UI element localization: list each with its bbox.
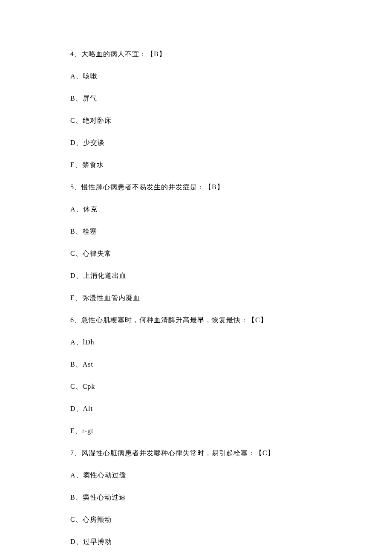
question-option: A、休克 xyxy=(70,204,322,214)
question-option: B、栓塞 xyxy=(70,226,322,237)
question-option: A、lDh xyxy=(70,337,322,347)
question-option: D、上消化道出血 xyxy=(70,271,322,281)
question-option: D、Alt xyxy=(70,404,322,414)
question-stem: 7、风湿性心脏病患者并发哪种心律失常时，易引起栓塞：【C】 xyxy=(70,448,322,458)
question-option: A、窦性心动过缓 xyxy=(70,470,322,480)
question-option: D、过早搏动 xyxy=(70,537,322,547)
question-stem: 4、大咯血的病人不宜：【B】 xyxy=(70,49,322,59)
question-stem: 5、慢性肺心病患者不易发生的并发症是：【B】 xyxy=(70,182,322,192)
question-option: E、r-gt xyxy=(70,426,322,436)
question-option: C、心律失常 xyxy=(70,249,322,259)
question-option: C、心房颤动 xyxy=(70,515,322,525)
question-option: E、禁食水 xyxy=(70,160,322,170)
question-option: D、少交谈 xyxy=(70,138,322,148)
question-option: B、Ast xyxy=(70,359,322,370)
question-option: E、弥漫性血管内凝血 xyxy=(70,293,322,303)
question-stem: 6、急性心肌梗塞时，何种血清酶升高最早，恢复最快：【C】 xyxy=(70,315,322,325)
question-option: A、咳嗽 xyxy=(70,71,322,81)
question-option: B、窦性心动过速 xyxy=(70,492,322,503)
question-option: C、绝对卧床 xyxy=(70,116,322,126)
question-option: C、Cpk xyxy=(70,382,322,392)
question-option: B、屏气 xyxy=(70,93,322,104)
